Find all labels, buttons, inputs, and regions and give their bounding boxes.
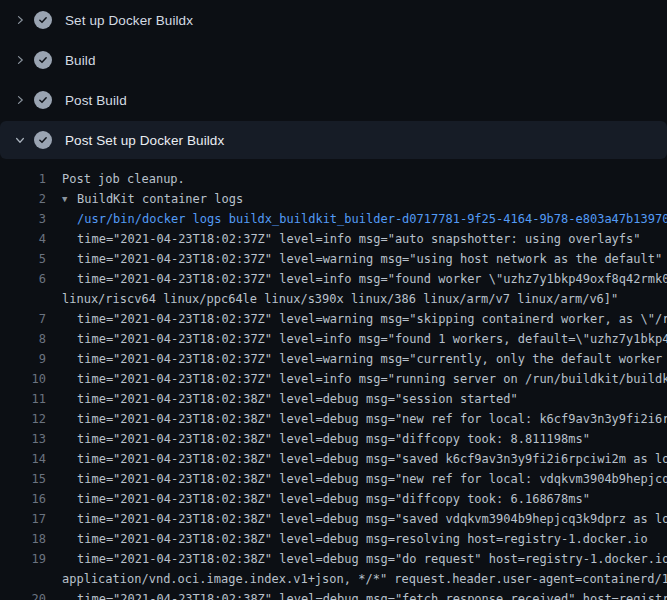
log-text: time="2021-04-23T18:02:38Z" level=debug … — [62, 589, 667, 600]
log-line: 11time="2021-04-23T18:02:38Z" level=debu… — [0, 389, 667, 409]
chevron-right-icon[interactable] — [12, 12, 28, 28]
log-line: 20time="2021-04-23T18:02:38Z" level=debu… — [0, 589, 667, 600]
step-label: Build — [65, 53, 96, 68]
log-line: 3/usr/bin/docker logs buildx_buildkit_bu… — [0, 209, 667, 229]
log-line: 8time="2021-04-23T18:02:37Z" level=info … — [0, 329, 667, 349]
line-number[interactable]: 16 — [0, 489, 46, 509]
line-number[interactable]: 20 — [0, 589, 46, 600]
line-number[interactable]: 5 — [0, 249, 46, 269]
chevron-right-icon[interactable] — [12, 92, 28, 108]
log-text: time="2021-04-23T18:02:38Z" level=debug … — [62, 429, 590, 449]
log-line: 16time="2021-04-23T18:02:38Z" level=debu… — [0, 489, 667, 509]
step-row-set-up-docker-buildx[interactable]: Set up Docker Buildx — [0, 0, 667, 40]
line-number[interactable]: 2 — [0, 189, 46, 209]
log-line: 15time="2021-04-23T18:02:38Z" level=debu… — [0, 469, 667, 489]
log-line: 12time="2021-04-23T18:02:38Z" level=debu… — [0, 409, 667, 429]
log-line: 4time="2021-04-23T18:02:37Z" level=info … — [0, 229, 667, 249]
log-line: 6time="2021-04-23T18:02:37Z" level=info … — [0, 269, 667, 289]
command-text: /usr/bin/docker logs buildx_buildkit_bui… — [62, 209, 667, 229]
line-number[interactable]: 15 — [0, 469, 46, 489]
log-line: 14time="2021-04-23T18:02:38Z" level=debu… — [0, 449, 667, 469]
log-text: time="2021-04-23T18:02:37Z" level=info m… — [62, 369, 667, 389]
log-text: time="2021-04-23T18:02:37Z" level=warnin… — [62, 249, 662, 269]
log-line: application/vnd.oci.image.index.v1+json,… — [0, 569, 667, 589]
success-check-icon — [34, 51, 52, 69]
line-number[interactable]: 3 — [0, 209, 46, 229]
log-text: time="2021-04-23T18:02:38Z" level=debug … — [62, 389, 518, 409]
line-number[interactable]: 13 — [0, 429, 46, 449]
step-label: Post Set up Docker Buildx — [65, 133, 224, 148]
log-text: Post job cleanup. — [62, 169, 185, 189]
chevron-down-icon[interactable] — [12, 132, 28, 148]
line-number[interactable]: 8 — [0, 329, 46, 349]
line-number[interactable]: 11 — [0, 389, 46, 409]
line-number[interactable]: 17 — [0, 509, 46, 529]
log-text: time="2021-04-23T18:02:38Z" level=debug … — [62, 529, 648, 549]
log-text: time="2021-04-23T18:02:37Z" level=info m… — [62, 229, 641, 249]
step-row-post-set-up-docker-buildx[interactable]: Post Set up Docker Buildx — [0, 121, 667, 159]
log-text: time="2021-04-23T18:02:38Z" level=debug … — [62, 409, 667, 429]
log-line: 1Post job cleanup. — [0, 169, 667, 189]
log-text: linux/riscv64 linux/ppc64le linux/s390x … — [62, 289, 618, 309]
step-row-post-build[interactable]: Post Build — [0, 80, 667, 120]
log-line: 9time="2021-04-23T18:02:37Z" level=warni… — [0, 349, 667, 369]
line-number[interactable]: 6 — [0, 269, 46, 289]
log-text: time="2021-04-23T18:02:37Z" level=warnin… — [62, 349, 667, 369]
success-check-icon — [34, 11, 52, 29]
step-list: Set up Docker Buildx Build Post Build Po… — [0, 0, 667, 159]
log-text: time="2021-04-23T18:02:38Z" level=debug … — [62, 469, 667, 489]
step-row-build[interactable]: Build — [0, 40, 667, 80]
log-line: 2▼BuildKit container logs — [0, 189, 667, 209]
log-text: time="2021-04-23T18:02:38Z" level=debug … — [62, 549, 667, 569]
line-number[interactable]: 12 — [0, 409, 46, 429]
success-check-icon — [34, 131, 52, 149]
log-line: 5time="2021-04-23T18:02:37Z" level=warni… — [0, 249, 667, 269]
line-number — [0, 289, 46, 309]
log-text: time="2021-04-23T18:02:37Z" level=warnin… — [62, 309, 667, 329]
log-line: 18time="2021-04-23T18:02:38Z" level=debu… — [0, 529, 667, 549]
log-text: time="2021-04-23T18:02:38Z" level=debug … — [62, 489, 590, 509]
log-line: 17time="2021-04-23T18:02:38Z" level=debu… — [0, 509, 667, 529]
line-number[interactable]: 1 — [0, 169, 46, 189]
line-number[interactable]: 10 — [0, 369, 46, 389]
step-label: Set up Docker Buildx — [65, 13, 193, 28]
line-number[interactable]: 19 — [0, 549, 46, 569]
chevron-right-icon[interactable] — [12, 52, 28, 68]
log-text: time="2021-04-23T18:02:37Z" level=info m… — [62, 269, 667, 289]
line-number — [0, 569, 46, 589]
line-number[interactable]: 14 — [0, 449, 46, 469]
log-text: time="2021-04-23T18:02:38Z" level=debug … — [62, 509, 667, 529]
log-line: 7time="2021-04-23T18:02:37Z" level=warni… — [0, 309, 667, 329]
line-number[interactable]: 4 — [0, 229, 46, 249]
success-check-icon — [34, 91, 52, 109]
log-text: time="2021-04-23T18:02:37Z" level=info m… — [62, 329, 667, 349]
group-collapse-icon[interactable]: ▼ — [62, 189, 77, 209]
log-line: 10time="2021-04-23T18:02:37Z" level=info… — [0, 369, 667, 389]
log-line: 19time="2021-04-23T18:02:38Z" level=debu… — [0, 549, 667, 569]
log-text: ▼BuildKit container logs — [62, 189, 243, 209]
log-line: linux/riscv64 linux/ppc64le linux/s390x … — [0, 289, 667, 309]
log-container: 1Post job cleanup.2▼BuildKit container l… — [0, 160, 667, 600]
group-title[interactable]: BuildKit container logs — [77, 192, 243, 206]
step-label: Post Build — [65, 93, 127, 108]
log-text: time="2021-04-23T18:02:38Z" level=debug … — [62, 449, 667, 469]
log-line: 13time="2021-04-23T18:02:38Z" level=debu… — [0, 429, 667, 449]
log-text: application/vnd.oci.image.index.v1+json,… — [62, 569, 667, 589]
line-number[interactable]: 9 — [0, 349, 46, 369]
line-number[interactable]: 7 — [0, 309, 46, 329]
line-number[interactable]: 18 — [0, 529, 46, 549]
